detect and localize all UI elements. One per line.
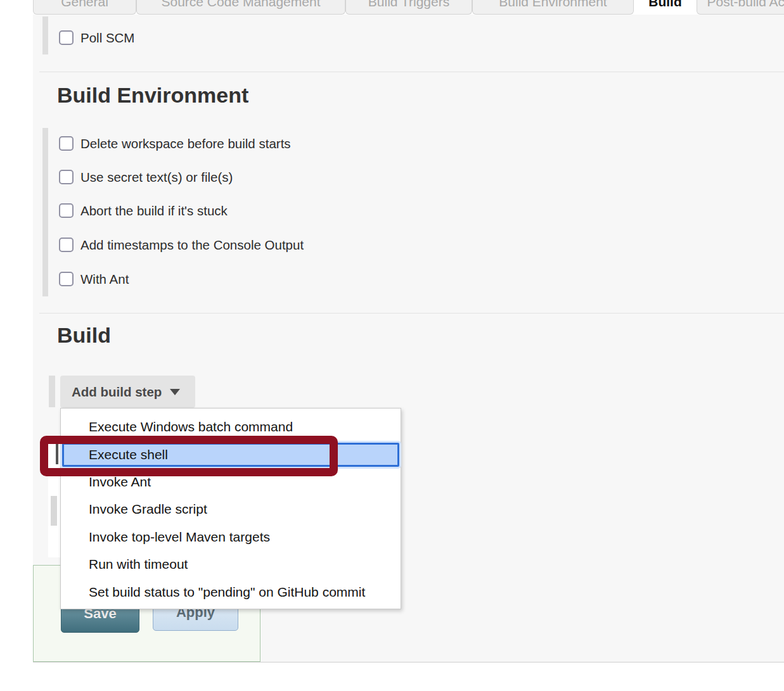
menu-item-invoke-gradle[interactable]: Invoke Gradle script bbox=[61, 495, 401, 523]
option-row: Delete workspace before build starts bbox=[59, 136, 291, 151]
tab-post-build-actions[interactable]: Post-build Actions bbox=[697, 0, 784, 15]
poll-scm-label: Poll SCM bbox=[80, 30, 134, 46]
section-indicator-bar bbox=[49, 376, 55, 407]
config-tab-bar: General Source Code Management Build Tri… bbox=[33, 0, 784, 15]
tab-build-environment[interactable]: Build Environment bbox=[472, 0, 634, 15]
add-build-step-button[interactable]: Add build step bbox=[60, 376, 195, 408]
delete-workspace-checkbox[interactable] bbox=[59, 136, 74, 151]
menu-item-set-github-pending[interactable]: Set build status to "pending" on GitHub … bbox=[61, 578, 401, 606]
poll-scm-checkbox[interactable] bbox=[59, 30, 74, 45]
section-divider bbox=[39, 313, 784, 314]
build-step-dropdown-menu: Execute Windows batch command Execute sh… bbox=[60, 408, 401, 609]
section-indicator-bar bbox=[42, 16, 48, 54]
option-label: Abort the build if it's stuck bbox=[80, 203, 228, 219]
poll-scm-row: Poll SCM bbox=[59, 30, 134, 45]
option-row: Add timestamps to the Console Output bbox=[59, 238, 304, 252]
menu-item-invoke-ant[interactable]: Invoke Ant bbox=[61, 468, 401, 496]
menu-item-execute-shell[interactable]: Execute shell bbox=[62, 443, 399, 467]
option-label: With Ant bbox=[80, 272, 129, 287]
section-indicator-bar bbox=[51, 496, 57, 526]
add-timestamps-checkbox[interactable] bbox=[59, 238, 74, 252]
option-row: Abort the build if it's stuck bbox=[59, 203, 228, 218]
option-label: Add timestamps to the Console Output bbox=[80, 238, 304, 253]
tab-source-code-management[interactable]: Source Code Management bbox=[136, 0, 345, 15]
section-divider bbox=[39, 72, 784, 72]
option-label: Delete workspace before build starts bbox=[80, 136, 291, 151]
abort-stuck-build-checkbox[interactable] bbox=[59, 203, 74, 218]
caret-down-icon bbox=[170, 389, 180, 395]
add-build-step-label: Add build step bbox=[72, 384, 162, 400]
tab-build[interactable]: Build bbox=[634, 0, 697, 15]
with-ant-checkbox[interactable] bbox=[59, 272, 74, 286]
use-secret-text-checkbox[interactable] bbox=[59, 170, 74, 184]
menu-item-invoke-maven[interactable]: Invoke top-level Maven targets bbox=[61, 523, 401, 551]
menu-item-run-with-timeout[interactable]: Run with timeout bbox=[61, 550, 401, 578]
build-environment-heading: Build Environment bbox=[57, 82, 248, 108]
jenkins-configure-page: General Source Code Management Build Tri… bbox=[0, 0, 784, 691]
option-label: Use secret text(s) or file(s) bbox=[80, 170, 233, 185]
option-row: Use secret text(s) or file(s) bbox=[59, 170, 233, 184]
tab-build-triggers[interactable]: Build Triggers bbox=[345, 0, 472, 15]
config-form-sheet: Poll SCM Build Environment Delete worksp… bbox=[33, 15, 784, 662]
menu-item-execute-windows-batch[interactable]: Execute Windows batch command bbox=[61, 413, 401, 441]
build-heading: Build bbox=[57, 322, 111, 348]
option-row: With Ant bbox=[59, 272, 129, 286]
tab-general[interactable]: General bbox=[33, 0, 136, 15]
section-indicator-bar bbox=[42, 128, 48, 296]
obscured-heading-fragment bbox=[56, 443, 58, 464]
